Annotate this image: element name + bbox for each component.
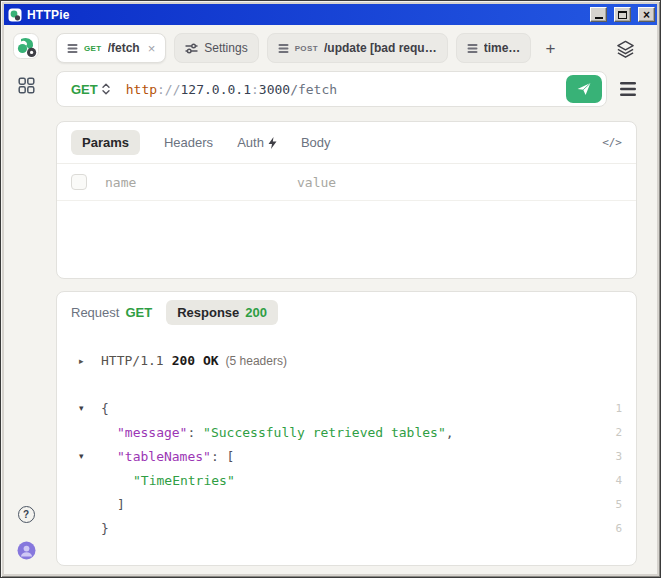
code-line: }6 (79, 516, 622, 540)
tab-get-fetch[interactable]: GET /fetch × (56, 33, 166, 63)
request-tab-method: GET (125, 305, 152, 320)
request-tab-label: Request (71, 305, 119, 320)
paper-plane-icon (576, 81, 592, 97)
tab-label: /fetch (108, 41, 140, 55)
code-content: { (101, 401, 604, 416)
tab-close-icon[interactable]: × (148, 41, 156, 56)
token-str: "TimeEntries" (133, 473, 235, 488)
tab-label: time… (484, 41, 521, 55)
url-port-colon: : (251, 82, 259, 97)
help-icon[interactable]: ? (18, 506, 35, 523)
lightning-bolt-icon (268, 137, 277, 149)
app-body: ? GET /fetch × Settings (4, 25, 657, 574)
token-str: "Successfully retrieved tables" (203, 425, 446, 440)
request-tab-icon (467, 43, 478, 54)
maximize-icon (618, 11, 627, 19)
response-tab-label: Response (177, 305, 239, 320)
minimize-button[interactable] (590, 7, 607, 22)
url-scheme: http (126, 82, 157, 97)
request-bar: GET http://127.0.0.1:3000/fetch (56, 71, 637, 107)
close-button[interactable]: × (638, 7, 655, 22)
url-path: /fetch (290, 82, 337, 97)
chevron-up-down-icon (102, 83, 110, 95)
code-line: "TimeEntries"4 (79, 468, 622, 492)
url-separator: :// (157, 82, 180, 97)
response-status-badge: 200 (245, 305, 267, 320)
token-punc: ] (117, 497, 125, 512)
response-card: Request GET Response 200 ▸ HTTP/1.1 200 … (56, 291, 637, 566)
method-label: GET (71, 82, 98, 97)
method-selector[interactable]: GET (71, 82, 110, 97)
collapse-caret-icon[interactable]: ▸ (79, 356, 101, 366)
status-code-label: 200 OK (172, 353, 219, 368)
code-content: } (101, 521, 604, 536)
send-button[interactable] (566, 75, 602, 103)
code-view-icon[interactable]: </> (602, 136, 622, 149)
tab-params[interactable]: Params (71, 130, 140, 155)
response-status-line[interactable]: ▸ HTTP/1.1 200 OK (5 headers) (79, 353, 622, 368)
tab-bar: GET /fetch × Settings POST /update [bad … (48, 25, 637, 69)
code-line: "message": "Successfully retrieved table… (79, 420, 622, 444)
code-line: ▾"tableNames": [3 (79, 444, 622, 468)
tab-headers[interactable]: Headers (164, 135, 213, 150)
grid-apps-icon[interactable] (18, 77, 35, 94)
tab-post-update[interactable]: POST /update [bad requ… (267, 33, 448, 63)
token-punc: : (187, 425, 203, 440)
response-tabs: Request GET Response 200 (57, 292, 636, 333)
tab-method-label: GET (84, 44, 102, 53)
url-card: GET http://127.0.0.1:3000/fetch (56, 71, 607, 107)
token-punc: , (446, 425, 454, 440)
param-name-input[interactable]: name (105, 175, 297, 190)
fold-caret-icon[interactable]: ▾ (79, 451, 101, 461)
fold-caret-icon[interactable]: ▾ (79, 403, 101, 413)
code-line: ]5 (79, 492, 622, 516)
code-content: "message": "Successfully retrieved table… (101, 425, 604, 440)
left-rail: ? (4, 25, 48, 574)
token-punc: } (101, 521, 109, 536)
line-number: 3 (604, 450, 622, 463)
token-key: "tableNames" (117, 449, 211, 464)
url-port: 3000 (259, 82, 290, 97)
url-input[interactable]: http://127.0.0.1:3000/fetch (126, 82, 566, 97)
request-tab-icon (67, 43, 78, 54)
main-column: GET /fetch × Settings POST /update [bad … (48, 25, 657, 574)
tab-label: Settings (204, 41, 247, 55)
close-icon: × (643, 9, 650, 21)
protocol-label: HTTP/1.1 (101, 353, 164, 368)
tab-auth[interactable]: Auth (237, 135, 277, 150)
token-punc: : [ (211, 449, 234, 464)
code-content: ] (101, 497, 604, 512)
tab-auth-label: Auth (237, 135, 264, 150)
line-number: 1 (604, 402, 622, 415)
line-number: 6 (604, 522, 622, 535)
param-value-input[interactable]: value (297, 175, 336, 190)
tab-label: /update [bad requ… (324, 41, 437, 55)
param-row: name value (57, 164, 636, 201)
tab-request[interactable]: Request GET (71, 300, 152, 325)
token-punc: { (101, 401, 109, 416)
user-avatar[interactable] (17, 541, 36, 560)
line-number: 5 (604, 498, 622, 511)
httpie-titlebar-icon (8, 8, 22, 22)
tab-time[interactable]: time… (456, 33, 532, 63)
app-window: HTTPie × ? GET (0, 0, 661, 578)
headers-summary: (5 headers) (226, 354, 287, 368)
tab-response[interactable]: Response 200 (166, 300, 278, 325)
token-key: "message" (117, 425, 187, 440)
layers-icon[interactable] (616, 39, 637, 58)
tab-settings[interactable]: Settings (174, 33, 258, 63)
line-number: 4 (604, 474, 622, 487)
request-options-tabs: Params Headers Auth Body </> (57, 122, 636, 164)
tab-body[interactable]: Body (301, 135, 331, 150)
minimize-icon (595, 17, 603, 19)
maximize-button[interactable] (614, 7, 631, 22)
new-tab-button[interactable]: + (539, 40, 561, 57)
titlebar[interactable]: HTTPie × (4, 4, 657, 25)
stack-icon[interactable] (619, 81, 637, 97)
httpie-logo (13, 33, 39, 59)
line-number: 2 (604, 426, 622, 439)
request-tab-icon (278, 43, 289, 54)
window-title: HTTPie (27, 8, 583, 22)
tab-method-label: POST (295, 44, 318, 53)
param-checkbox[interactable] (71, 174, 87, 190)
